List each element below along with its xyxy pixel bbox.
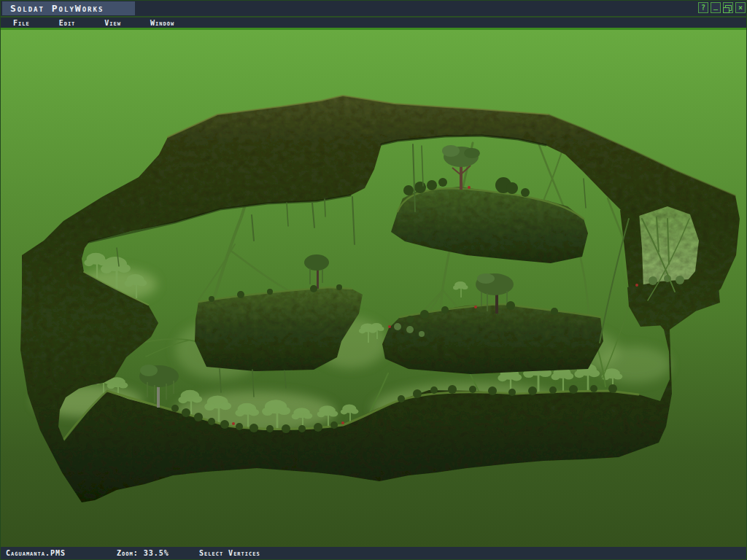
- mound-center-top: [391, 187, 588, 263]
- app-window: Soldat PolyWorks ? _ × File Edit View Wi…: [0, 0, 747, 560]
- title-bar[interactable]: Soldat PolyWorks ? _ ×: [0, 0, 747, 18]
- maximize-button[interactable]: [723, 2, 733, 13]
- title-box: Soldat PolyWorks: [2, 1, 135, 15]
- help-button[interactable]: ?: [698, 2, 708, 13]
- status-mode: Select Vertices: [199, 549, 260, 557]
- close-button[interactable]: ×: [735, 2, 746, 13]
- help-icon: ?: [701, 4, 705, 12]
- tree-silhouette: [304, 254, 329, 289]
- menu-edit[interactable]: Edit: [59, 19, 76, 27]
- window-controls: ? _ ×: [698, 2, 746, 13]
- tree-silhouette: [139, 365, 179, 408]
- menu-file[interactable]: File: [13, 19, 30, 27]
- close-icon: ×: [738, 4, 743, 12]
- minimize-icon: _: [713, 2, 718, 9]
- menu-window[interactable]: Window: [150, 19, 174, 27]
- map-canvas[interactable]: [0, 30, 747, 547]
- status-bar: Caguamanta.PMS Zoom: 33.5% Select Vertic…: [0, 547, 747, 560]
- minimize-button[interactable]: _: [711, 2, 721, 13]
- window-title: Soldat PolyWorks: [10, 3, 104, 14]
- menu-view[interactable]: View: [104, 19, 121, 27]
- status-zoom-value: 33.5%: [144, 549, 169, 557]
- terrain-group: [20, 96, 740, 502]
- tree-silhouette: [442, 145, 480, 190]
- wall-ledge: [627, 279, 720, 327]
- status-filename: Caguamanta.PMS: [6, 549, 66, 557]
- status-zoom: Zoom: 33.5%: [117, 549, 169, 557]
- menu-bar: File Edit View Window: [0, 18, 747, 28]
- maximize-icon: [725, 5, 732, 11]
- map-render[interactable]: [0, 30, 747, 547]
- status-zoom-label: Zoom:: [117, 549, 139, 557]
